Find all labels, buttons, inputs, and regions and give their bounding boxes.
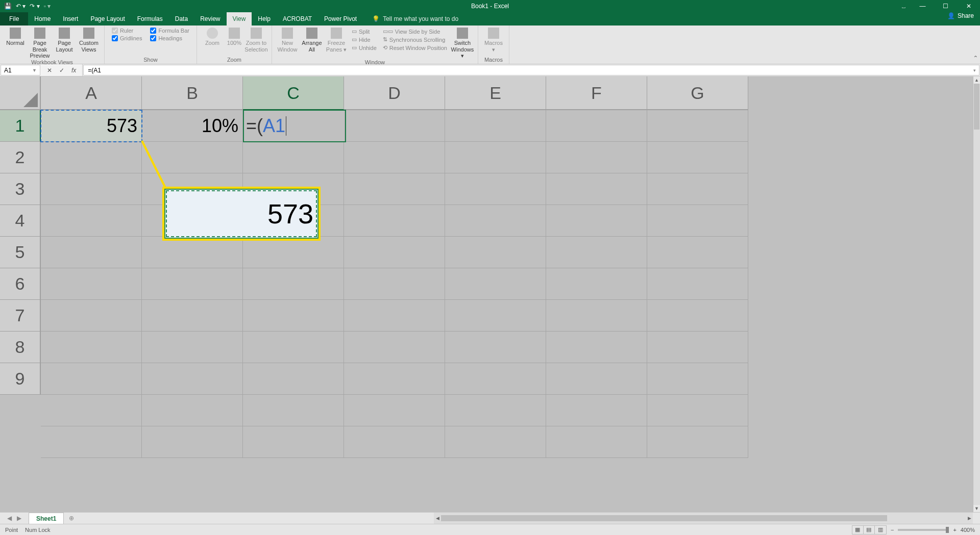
- cell-blank[interactable]: [142, 395, 243, 426]
- cell-blank[interactable]: [41, 426, 142, 458]
- col-header-a[interactable]: A: [41, 77, 142, 110]
- col-header-b[interactable]: B: [142, 77, 243, 110]
- reset-pos-button[interactable]: ⟲Reset Window Position: [382, 44, 448, 52]
- hscroll-thumb[interactable]: [441, 515, 887, 521]
- freeze-panes-button[interactable]: Freeze Panes ▾: [324, 27, 349, 53]
- cell-blank[interactable]: [243, 395, 344, 426]
- col-header-d[interactable]: D: [344, 77, 445, 110]
- cell-blank[interactable]: [243, 332, 344, 363]
- cell-blank[interactable]: [647, 426, 748, 458]
- maximize-icon[interactable]: ☐: [934, 0, 957, 12]
- zoom-level[interactable]: 400%: [961, 527, 975, 533]
- share-button[interactable]: 👤 Share: [947, 12, 974, 19]
- col-header-c[interactable]: C: [243, 77, 344, 110]
- sheet-tab-sheet1[interactable]: Sheet1: [29, 513, 64, 524]
- cell-blank[interactable]: [344, 332, 445, 363]
- page-break-button[interactable]: Page Break Preview: [28, 27, 52, 59]
- cell-blank[interactable]: [546, 363, 647, 395]
- cell-blank[interactable]: [41, 205, 142, 237]
- enter-icon[interactable]: ✓: [59, 67, 64, 74]
- headings-checkbox[interactable]: Headings: [150, 35, 189, 41]
- tab-insert[interactable]: Insert: [57, 12, 84, 26]
- minimize-icon[interactable]: —: [911, 0, 934, 12]
- cell-blank[interactable]: [647, 237, 748, 268]
- split-button[interactable]: ▭Split: [351, 28, 378, 35]
- zoom-selection-button[interactable]: Zoom to Selection: [244, 27, 268, 53]
- formula-bar[interactable]: =(A1 ▾: [83, 65, 979, 75]
- cell-blank[interactable]: [142, 142, 243, 173]
- zoom-button[interactable]: Zoom: [200, 27, 225, 46]
- cell-blank[interactable]: [445, 395, 546, 426]
- cell-blank[interactable]: [546, 142, 647, 173]
- tab-view[interactable]: View: [227, 12, 252, 26]
- cell-blank[interactable]: [445, 363, 546, 395]
- cell-blank[interactable]: [344, 205, 445, 237]
- scroll-up-icon[interactable]: ▲: [973, 77, 980, 84]
- page-break-shortcut-icon[interactable]: ▥: [875, 526, 886, 534]
- cell-blank[interactable]: [344, 395, 445, 426]
- cell-a1[interactable]: 573: [41, 110, 142, 142]
- cell-blank[interactable]: [546, 110, 647, 142]
- fx-icon[interactable]: fx: [71, 67, 76, 74]
- vscroll-thumb[interactable]: [974, 84, 979, 130]
- cell-blank[interactable]: [647, 300, 748, 332]
- cell-blank[interactable]: [445, 110, 546, 142]
- sheet-prev-icon[interactable]: ◀: [7, 515, 12, 522]
- cell-blank[interactable]: [445, 332, 546, 363]
- cell-blank[interactable]: [647, 395, 748, 426]
- cell-blank[interactable]: [647, 205, 748, 237]
- cells-area[interactable]: {"cols":7,"rows":11,"cw":198,"rh":62} 57…: [41, 110, 973, 512]
- cell-blank[interactable]: [41, 300, 142, 332]
- zoom-out-icon[interactable]: −: [891, 527, 894, 533]
- tab-help[interactable]: Help: [252, 12, 277, 26]
- tab-home[interactable]: Home: [28, 12, 57, 26]
- arrange-all-button[interactable]: Arrange All: [300, 27, 324, 53]
- vertical-scrollbar[interactable]: ▲ ▼: [973, 77, 980, 512]
- cell-blank[interactable]: [243, 268, 344, 300]
- cell-blank[interactable]: [546, 205, 647, 237]
- cell-blank[interactable]: [142, 300, 243, 332]
- cell-blank[interactable]: [445, 142, 546, 173]
- select-all-corner[interactable]: [0, 77, 41, 110]
- cell-blank[interactable]: [344, 173, 445, 205]
- cell-blank[interactable]: [142, 426, 243, 458]
- sheet-nav[interactable]: ◀▶: [0, 513, 29, 524]
- tell-me-search[interactable]: 💡 Tell me what you want to do: [372, 12, 458, 26]
- cell-blank[interactable]: [344, 426, 445, 458]
- cell-blank[interactable]: [142, 332, 243, 363]
- cell-blank[interactable]: [546, 300, 647, 332]
- tab-review[interactable]: Review: [194, 12, 226, 26]
- row-header-6[interactable]: 6: [0, 268, 41, 300]
- row-header-2[interactable]: 2: [0, 142, 41, 173]
- name-box-dropdown-icon[interactable]: ▼: [32, 68, 37, 73]
- sync-scroll-button[interactable]: ⇅Synchronous Scrolling: [382, 36, 448, 43]
- cell-blank[interactable]: [647, 110, 748, 142]
- normal-view-button[interactable]: Normal: [3, 27, 28, 46]
- sheet-next-icon[interactable]: ▶: [17, 515, 21, 522]
- unhide-button[interactable]: ▭Unhide: [351, 44, 378, 52]
- tab-file[interactable]: File: [0, 12, 28, 26]
- row-header-1[interactable]: 1: [0, 110, 41, 142]
- cell-blank[interactable]: [647, 142, 748, 173]
- cell-blank[interactable]: [647, 363, 748, 395]
- cell-blank[interactable]: [546, 332, 647, 363]
- side-by-side-button[interactable]: ▭▭View Side by Side: [382, 28, 448, 35]
- col-header-f[interactable]: F: [546, 77, 647, 110]
- cell-blank[interactable]: [142, 237, 243, 268]
- switch-windows-button[interactable]: Switch Windows ▾: [450, 27, 475, 59]
- cell-blank[interactable]: [243, 237, 344, 268]
- horizontal-scrollbar[interactable]: ◀ ▶: [434, 513, 973, 524]
- zoom-slider[interactable]: [898, 529, 949, 531]
- new-window-button[interactable]: New Window: [275, 27, 300, 53]
- collapse-ribbon-icon[interactable]: ˆ: [974, 55, 977, 64]
- cell-blank[interactable]: [344, 300, 445, 332]
- cell-blank[interactable]: [41, 395, 142, 426]
- row-header-8[interactable]: 8: [0, 332, 41, 363]
- cell-blank[interactable]: [344, 110, 445, 142]
- name-box[interactable]: A1 ▼: [1, 65, 40, 75]
- row-header-4[interactable]: 4: [0, 205, 41, 237]
- cell-blank[interactable]: [546, 237, 647, 268]
- tab-power-pivot[interactable]: Power Pivot: [318, 12, 363, 26]
- cell-blank[interactable]: [445, 173, 546, 205]
- redo-icon[interactable]: ↷ ▾: [30, 3, 39, 10]
